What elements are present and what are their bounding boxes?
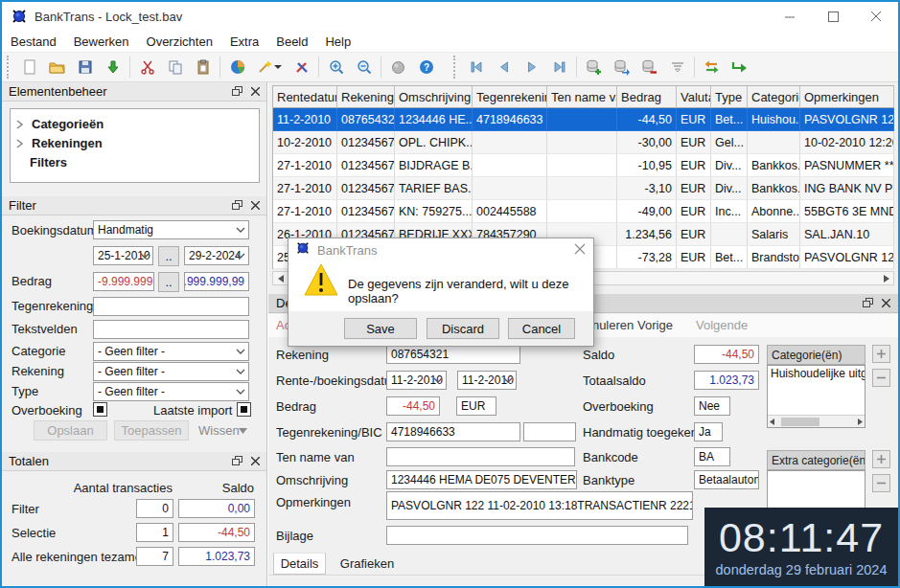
chart-icon[interactable] bbox=[223, 55, 251, 79]
db-delete-icon[interactable] bbox=[635, 55, 663, 79]
date-range-button[interactable]: .. bbox=[158, 246, 179, 266]
float-panel-icon[interactable] bbox=[232, 454, 242, 468]
rekening-value[interactable]: 087654321 bbox=[386, 345, 520, 364]
tree-item-categorieen[interactable]: Categorieën bbox=[16, 117, 104, 131]
menu-bestand[interactable]: Bestand bbox=[2, 34, 65, 49]
record-icon[interactable] bbox=[384, 55, 412, 79]
col-header[interactable]: Valuta bbox=[677, 86, 711, 108]
add-extra-categorie-button[interactable] bbox=[872, 450, 890, 468]
categorie-hscrollbar[interactable] bbox=[768, 415, 865, 427]
bedrag-detail-value[interactable]: -44,50 bbox=[386, 396, 440, 416]
date-to-select[interactable]: 29-2-2024 bbox=[184, 246, 249, 265]
table-row[interactable]: 27-1-2010012345678KN: 759275...002445588… bbox=[273, 200, 894, 223]
boekingsdatum-select[interactable]: Handmatig bbox=[93, 220, 249, 239]
categorie-box-header[interactable]: Categorie(ën) bbox=[767, 345, 865, 365]
maximize-button[interactable] bbox=[812, 2, 855, 31]
table-row[interactable]: 10-2-2010012345678OPL. CHIPK...-30,00EUR… bbox=[273, 131, 894, 154]
ten-name-van-value[interactable] bbox=[386, 447, 575, 466]
nav-last-icon[interactable] bbox=[545, 55, 573, 79]
menu-help[interactable]: Help bbox=[316, 34, 359, 49]
toolbar-drag-handle-2[interactable] bbox=[453, 56, 459, 79]
col-header[interactable]: Type bbox=[711, 86, 748, 108]
table-row[interactable]: 27-1-2010012345678TARIEF BAS...-3,10EURD… bbox=[273, 177, 894, 200]
tegenrekening-detail-value[interactable]: 4718946633 bbox=[386, 422, 520, 441]
zoom-in-icon[interactable] bbox=[322, 55, 350, 79]
table-row[interactable]: 11-2-20100876543211234446 HE...471894663… bbox=[273, 108, 894, 131]
close-panel-icon[interactable] bbox=[251, 198, 260, 213]
menu-overzichten[interactable]: Overzichten bbox=[138, 34, 221, 49]
overboeking-checkbox[interactable] bbox=[93, 402, 107, 417]
bijlage-value[interactable] bbox=[386, 526, 688, 545]
omschrijving-value[interactable]: 1234446 HEMA DE075 DEVENTER bbox=[386, 470, 577, 489]
tab-details[interactable]: Details bbox=[273, 553, 326, 575]
tekstvelden-input[interactable] bbox=[93, 320, 249, 339]
extra-categorie-box-header[interactable]: Extra categorie(ën) bbox=[767, 450, 865, 470]
close-panel-icon[interactable] bbox=[251, 454, 260, 468]
tools-icon[interactable] bbox=[288, 55, 315, 79]
bedrag-max-input[interactable]: 9.999.999,99 bbox=[184, 272, 249, 291]
help-icon[interactable]: ? bbox=[412, 55, 440, 79]
toolbar-drag-handle[interactable] bbox=[7, 56, 12, 79]
col-header[interactable]: Tegenrekening bbox=[473, 86, 547, 108]
opslaan-button[interactable]: Opslaan bbox=[34, 420, 107, 441]
cancel-button[interactable]: Cancel bbox=[508, 318, 575, 339]
nav-previous-icon[interactable] bbox=[490, 55, 518, 79]
tree-item-rekeningen[interactable]: Rekeningen bbox=[16, 136, 103, 150]
discard-button[interactable]: Discard bbox=[427, 318, 499, 339]
wissen-button[interactable]: Wissen bbox=[198, 423, 240, 438]
laatste-import-checkbox[interactable] bbox=[237, 402, 251, 417]
db-update-icon[interactable] bbox=[608, 55, 635, 79]
close-panel-icon[interactable] bbox=[251, 84, 260, 99]
col-header[interactable]: Omschrijving bbox=[395, 86, 473, 108]
new-document-icon[interactable] bbox=[15, 55, 43, 79]
col-header[interactable]: Rekening bbox=[337, 86, 395, 108]
remove-extra-categorie-button[interactable] bbox=[872, 474, 890, 492]
close-button[interactable] bbox=[855, 2, 898, 31]
boekingsdatum-select-2[interactable]: 11-2-2010 bbox=[457, 371, 517, 390]
add-categorie-button[interactable] bbox=[872, 345, 890, 363]
minimize-button[interactable] bbox=[769, 2, 812, 31]
dialog-close-icon[interactable] bbox=[574, 241, 586, 259]
tegenrekening-input[interactable] bbox=[93, 297, 249, 316]
close-panel-icon[interactable] bbox=[882, 296, 890, 310]
cut-icon[interactable] bbox=[133, 55, 161, 79]
db-add-icon[interactable] bbox=[580, 55, 608, 79]
transfer-icon[interactable] bbox=[698, 55, 726, 79]
open-file-icon[interactable] bbox=[43, 55, 71, 79]
col-header[interactable]: Rentedatum bbox=[273, 86, 337, 108]
toepassen-button[interactable]: Toepassen bbox=[114, 420, 189, 441]
menu-beeld[interactable]: Beeld bbox=[267, 34, 316, 49]
volgende-link[interactable]: Volgende bbox=[696, 318, 748, 332]
tab-grafieken[interactable]: Grafieken bbox=[334, 553, 401, 575]
col-header[interactable]: Opmerkingen bbox=[800, 86, 894, 108]
float-panel-icon[interactable] bbox=[232, 84, 242, 99]
tree-item-filters[interactable]: Filters bbox=[30, 155, 67, 170]
float-panel-icon[interactable] bbox=[863, 296, 873, 310]
col-header[interactable]: Categorie bbox=[748, 86, 800, 108]
scroll-right-icon[interactable] bbox=[879, 272, 893, 284]
opmerkingen-value[interactable]: PASVOLGNR 122 11-02-2010 13:18TRANSACTIE… bbox=[386, 491, 693, 520]
remove-categorie-button[interactable] bbox=[872, 369, 890, 387]
valuta-value[interactable]: EUR bbox=[456, 396, 496, 416]
rekening-filter-select[interactable]: - Geen filter - bbox=[93, 362, 249, 381]
table-row[interactable]: 27-1-2010012345678BIJDRAGE B...-10,95EUR… bbox=[273, 154, 894, 177]
vorige-link[interactable]: Vorige bbox=[637, 318, 673, 332]
bedrag-min-input[interactable]: -9.999.999,99 bbox=[93, 272, 154, 291]
collapse-icon[interactable] bbox=[663, 55, 691, 79]
menu-bewerken[interactable]: Bewerken bbox=[65, 34, 138, 49]
float-panel-icon[interactable] bbox=[232, 198, 242, 213]
paste-icon[interactable] bbox=[189, 55, 217, 79]
menu-extra[interactable]: Extra bbox=[221, 34, 267, 49]
save-button[interactable]: Save bbox=[344, 318, 417, 339]
wizard-icon[interactable] bbox=[251, 55, 288, 79]
col-header[interactable]: Ten name van bbox=[547, 86, 617, 108]
bedrag-range-button[interactable]: .. bbox=[158, 272, 179, 292]
rentedatum-select[interactable]: 11-2-2010 bbox=[386, 371, 447, 390]
export-icon[interactable] bbox=[726, 55, 753, 79]
wissen-dropdown-icon[interactable] bbox=[239, 428, 247, 434]
nav-first-icon[interactable] bbox=[462, 55, 490, 79]
categorie-list[interactable]: Huishoudelijke uitg. bbox=[767, 365, 865, 428]
nav-next-icon[interactable] bbox=[518, 55, 545, 79]
copy-icon[interactable] bbox=[161, 55, 189, 79]
import-icon[interactable] bbox=[99, 55, 127, 79]
